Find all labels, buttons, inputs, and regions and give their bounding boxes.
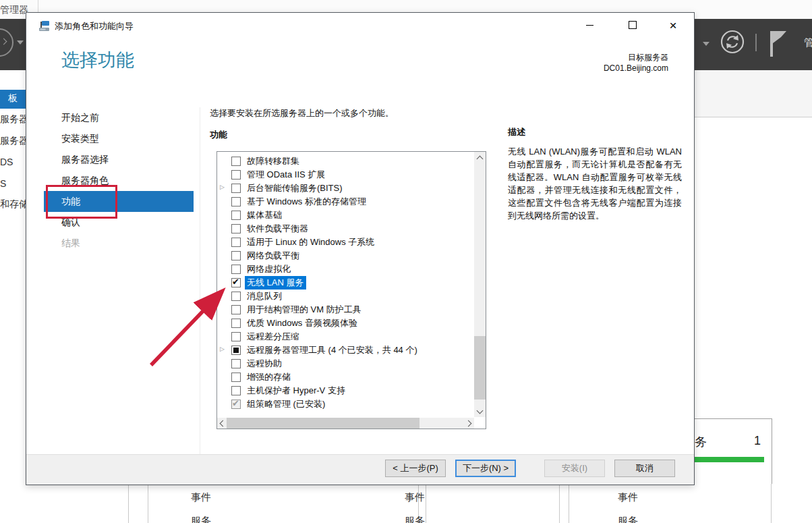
feature-label[interactable]: 远程服务器管理工具 (4 个已安装，共 44 个)	[247, 343, 417, 357]
feature-checkbox[interactable]	[231, 359, 241, 368]
next-button[interactable]: 下一步(N) >	[455, 460, 516, 477]
feature-checkbox[interactable]	[231, 265, 241, 274]
feature-checkbox[interactable]	[231, 197, 241, 207]
minimize-button[interactable]	[574, 14, 605, 36]
feature-row[interactable]: 媒体基础	[217, 209, 474, 222]
feature-label[interactable]: 基于 Windows 标准的存储管理	[247, 195, 366, 209]
feature-checkbox[interactable]	[231, 170, 241, 180]
vertical-scrollbar[interactable]	[474, 152, 486, 417]
scrollbar-thumb[interactable]	[474, 336, 486, 400]
feature-checkbox[interactable]	[231, 373, 241, 382]
feature-row[interactable]: 远程差分压缩	[217, 330, 474, 343]
feature-row[interactable]: 消息队列	[217, 290, 474, 303]
feature-row[interactable]: 无线 LAN 服务	[217, 276, 474, 290]
sidebar-item-dashboard[interactable]: 板	[0, 90, 26, 109]
feature-row[interactable]: 组策略管理 (已安装)	[217, 397, 474, 411]
dialog-title: 添加角色和功能向导	[55, 20, 134, 32]
manage-menu-label[interactable]: 管理	[804, 36, 812, 49]
tile-link-events[interactable]: 事件	[618, 491, 638, 504]
feature-checkbox[interactable]	[231, 184, 241, 193]
sidebar-item-fragment[interactable]: 服务器	[0, 134, 28, 147]
chevron-down-icon[interactable]	[17, 40, 24, 45]
feature-row[interactable]: 基于 Windows 标准的存储管理	[217, 195, 474, 209]
feature-row[interactable]: ▷远程服务器管理工具 (4 个已安装，共 44 个)	[217, 343, 474, 357]
sidebar-item-fragment[interactable]: DS	[0, 155, 13, 169]
feature-label[interactable]: 组策略管理 (已安装)	[247, 397, 325, 411]
feature-label[interactable]: 适用于 Linux 的 Windows 子系统	[247, 236, 374, 249]
feature-checkbox[interactable]	[231, 346, 241, 355]
expand-icon[interactable]: ▷	[220, 346, 225, 352]
feature-label[interactable]: 管理 OData IIS 扩展	[247, 168, 325, 182]
feature-row[interactable]: 适用于 Linux 的 Windows 子系统	[217, 236, 474, 249]
feature-label[interactable]: 后台智能传输服务(BITS)	[247, 182, 343, 195]
feature-row[interactable]: 网络负载平衡	[217, 249, 474, 263]
sidebar-item-fragment[interactable]: 和存储	[0, 197, 28, 211]
tile-link-events[interactable]: 事件	[405, 491, 425, 504]
feature-checkbox[interactable]	[231, 238, 241, 247]
feature-label[interactable]: 远程协助	[247, 357, 282, 370]
notifications-flag-icon[interactable]	[767, 30, 788, 62]
sidebar-item-label: 板	[8, 92, 18, 105]
feature-checkbox[interactable]	[231, 211, 241, 220]
feature-row[interactable]: 管理 OData IIS 扩展	[217, 168, 474, 182]
feature-row[interactable]: 网络虚拟化	[217, 263, 474, 276]
expand-icon[interactable]: ▷	[220, 184, 225, 190]
feature-row[interactable]: 故障转移群集	[217, 155, 474, 168]
forward-button-icon[interactable]	[0, 28, 13, 57]
wizard-nav-item-1[interactable]: 开始之前	[44, 107, 194, 128]
feature-label[interactable]: 无线 LAN 服务	[245, 276, 306, 290]
maximize-button[interactable]	[617, 14, 648, 36]
wizard-nav-item-3[interactable]: 服务器选择	[44, 149, 194, 170]
tile-link-services[interactable]: 服务	[191, 515, 211, 523]
screen: 管理器 管理 板 服务器服务	[0, 0, 812, 523]
feature-row[interactable]: ▷后台智能传输服务(BITS)	[217, 182, 474, 195]
feature-checkbox[interactable]	[231, 292, 241, 301]
chevron-down-icon[interactable]	[703, 42, 709, 46]
horizontal-scrollbar[interactable]	[217, 418, 474, 429]
feature-row[interactable]: 主机保护者 Hyper-V 支持	[217, 384, 474, 397]
feature-checkbox[interactable]	[231, 319, 241, 328]
feature-checkbox[interactable]	[231, 386, 241, 395]
feature-row[interactable]: 增强的存储	[217, 370, 474, 384]
feature-label[interactable]: 用于结构管理的 VM 防护工具	[247, 303, 361, 316]
feature-label[interactable]: 远程差分压缩	[247, 330, 299, 343]
tile-link-services[interactable]: 服务	[618, 515, 638, 523]
feature-row[interactable]: 远程协助	[217, 357, 474, 370]
feature-row[interactable]: 软件负载平衡器	[217, 222, 474, 236]
scroll-right-icon[interactable]	[465, 418, 474, 429]
feature-label[interactable]: 主机保护者 Hyper-V 支持	[247, 384, 345, 397]
wizard-nav-item-2[interactable]: 安装类型	[44, 128, 194, 149]
feature-label[interactable]: 网络虚拟化	[247, 263, 291, 276]
scroll-down-icon[interactable]	[474, 406, 486, 417]
sidebar-item-fragment[interactable]: 服务器	[0, 112, 28, 126]
feature-checkbox[interactable]	[231, 400, 241, 409]
feature-row[interactable]: 优质 Windows 音频视频体验	[217, 316, 474, 330]
sidebar-item-fragment[interactable]: S	[0, 177, 6, 190]
feature-checkbox[interactable]	[231, 157, 241, 166]
feature-checkbox[interactable]	[231, 305, 241, 314]
tile-link-services[interactable]: 服务	[405, 515, 425, 523]
feature-checkbox[interactable]	[231, 224, 241, 233]
cancel-button[interactable]: 取消	[614, 460, 675, 477]
dialog-titlebar[interactable]: 添加角色和功能向导 ×	[26, 13, 694, 38]
feature-checkbox[interactable]	[231, 278, 241, 287]
feature-label[interactable]: 优质 Windows 音频视频体验	[247, 316, 357, 330]
scroll-up-icon[interactable]	[474, 152, 486, 163]
tile-link-events[interactable]: 事件	[191, 491, 211, 504]
close-button[interactable]: ×	[658, 14, 689, 36]
scroll-left-icon[interactable]	[217, 418, 227, 429]
feature-checkbox[interactable]	[231, 332, 241, 341]
feature-label[interactable]: 软件负载平衡器	[247, 222, 308, 236]
feature-label[interactable]: 增强的存储	[247, 370, 291, 384]
feature-checkbox[interactable]	[231, 251, 241, 260]
feature-label[interactable]: 网络负载平衡	[247, 249, 299, 263]
feature-label[interactable]: 媒体基础	[247, 209, 282, 222]
previous-button[interactable]: < 上一步(P)	[385, 460, 446, 477]
feature-label[interactable]: 消息队列	[247, 290, 282, 303]
feature-label[interactable]: 故障转移群集	[247, 155, 299, 168]
server-manager-content: 务 1	[693, 70, 812, 523]
scrollbar-thumb[interactable]	[227, 418, 419, 429]
refresh-icon[interactable]	[719, 28, 746, 58]
install-button[interactable]: 安装(I)	[544, 460, 605, 477]
feature-row[interactable]: 用于结构管理的 VM 防护工具	[217, 303, 474, 316]
